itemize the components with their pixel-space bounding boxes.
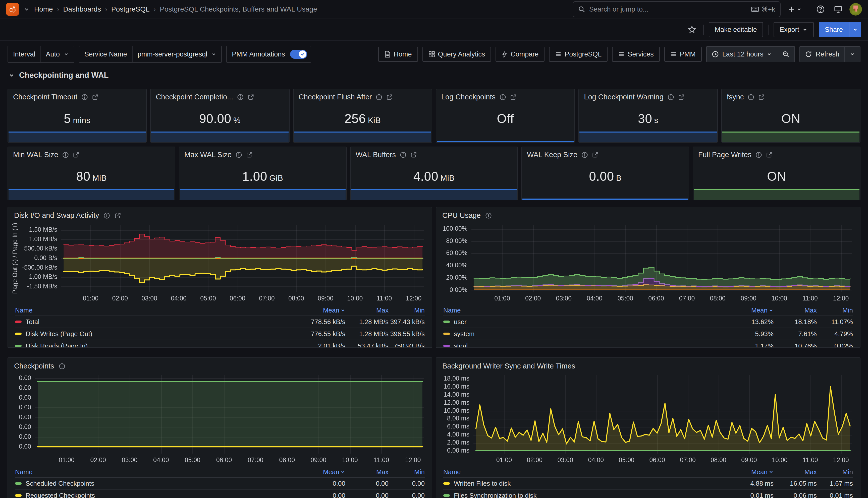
stat-title: Checkpoint Flush After <box>299 93 372 101</box>
legend-row: system5.93%7.61%4.79% <box>443 328 853 340</box>
legend-header-name[interactable]: Name <box>15 306 298 314</box>
external-link-icon[interactable] <box>73 152 79 158</box>
monitor-icon[interactable] <box>832 3 844 16</box>
legend-mean-value: 13.62% <box>726 318 774 326</box>
info-icon[interactable] <box>103 212 110 219</box>
user-avatar[interactable] <box>850 3 862 16</box>
legend-header-min[interactable]: Min <box>389 468 425 476</box>
info-icon[interactable] <box>376 94 382 101</box>
legend-series-label[interactable]: Disk Reads (Page In) <box>15 342 298 348</box>
make-editable-button[interactable]: Make editable <box>709 22 763 37</box>
legend-header-name[interactable]: Name <box>15 468 298 476</box>
legend-series-label[interactable]: Files Synchronization to disk <box>443 492 726 498</box>
add-button[interactable] <box>786 3 804 15</box>
export-button[interactable]: Export <box>774 22 814 37</box>
info-icon[interactable] <box>237 94 244 101</box>
legend-header-mean[interactable]: Mean <box>726 468 774 476</box>
help-button[interactable] <box>814 3 827 16</box>
info-icon[interactable] <box>400 152 406 158</box>
info-icon[interactable] <box>755 152 762 158</box>
external-link-icon[interactable] <box>766 152 773 158</box>
legend-header-mean[interactable]: Mean <box>298 468 345 476</box>
legend-header-max[interactable]: Max <box>774 306 817 314</box>
panel-disk-io-and-swap-activity: Disk I/O and Swap Activity NameMeanMaxMi… <box>8 207 432 348</box>
legend-series-label[interactable]: Written Files to disk <box>443 480 726 487</box>
external-link-icon[interactable] <box>410 152 417 158</box>
legend-header-name[interactable]: Name <box>443 468 726 476</box>
share-menu-button[interactable] <box>849 22 861 37</box>
panel-title: CPU Usage <box>442 211 481 220</box>
toolbar-link-postgresql[interactable]: PostgreSQL <box>549 47 608 62</box>
bgwriter-chart-canvas[interactable] <box>439 371 858 467</box>
refresh-button[interactable]: Refresh <box>800 47 844 62</box>
pmm-logo-icon[interactable] <box>6 3 19 16</box>
refresh-interval-button[interactable] <box>844 47 860 62</box>
breadcrumb-item[interactable]: Home <box>34 5 53 13</box>
info-icon[interactable] <box>236 152 242 158</box>
star-button[interactable] <box>686 23 698 36</box>
legend-header-name[interactable]: Name <box>443 306 726 314</box>
legend-header-min[interactable]: Min <box>389 306 425 314</box>
breadcrumb-item[interactable]: Dashboards <box>63 5 101 13</box>
legend-header-mean[interactable]: Mean <box>726 306 774 314</box>
pmm-annotations-toggle[interactable] <box>290 50 307 59</box>
external-link-icon[interactable] <box>115 212 121 219</box>
legend-header-row: NameMeanMaxMin <box>15 467 425 478</box>
external-link-icon[interactable] <box>758 94 765 101</box>
toolbar-link-home[interactable]: Home <box>378 47 418 62</box>
external-link-icon[interactable] <box>592 152 598 158</box>
share-button[interactable]: Share <box>819 22 849 37</box>
chevron-down-icon[interactable] <box>24 6 30 12</box>
search-input[interactable]: Search or jump to... ⌘+k <box>573 1 781 17</box>
legend-header-min[interactable]: Min <box>817 468 853 476</box>
time-range-button[interactable]: Last 12 hours <box>707 47 777 62</box>
external-link-icon[interactable] <box>246 152 252 158</box>
external-link-icon[interactable] <box>92 94 99 101</box>
stat-panel-checkpoint-completio: Checkpoint Completio...90.00% <box>150 89 289 143</box>
info-icon[interactable] <box>581 152 588 158</box>
legend-header-max[interactable]: Max <box>345 306 389 314</box>
cpu-chart-canvas[interactable] <box>439 221 858 305</box>
info-icon[interactable] <box>748 94 754 101</box>
zoom-out-button[interactable] <box>777 47 794 62</box>
breadcrumb-item[interactable]: PostgreSQL <box>111 5 150 13</box>
legend-header-mean[interactable]: Mean <box>298 306 345 314</box>
checkpoints-chart-canvas[interactable] <box>11 371 428 467</box>
info-icon[interactable] <box>485 212 492 219</box>
legend-series-label[interactable]: user <box>443 318 726 326</box>
legend-series-label[interactable]: Disk Writes (Page Out) <box>15 330 298 338</box>
menu-icon <box>670 51 677 57</box>
legend-row: Total778.56 kB/s1.28 MB/s397.43 kB/s <box>15 316 425 328</box>
external-link-icon[interactable] <box>510 94 517 101</box>
legend-header-min[interactable]: Min <box>817 306 853 314</box>
diskio-chart-canvas[interactable] <box>11 221 428 305</box>
service-name-value[interactable]: pmm-server-postgresql <box>133 46 221 62</box>
external-link-icon[interactable] <box>386 94 393 101</box>
stat-value: 1.00GiB <box>179 169 346 184</box>
section-checkpointing-and-wal[interactable]: Checkpointing and WAL <box>9 71 860 80</box>
legend-series-label[interactable]: Requested Checkpoints <box>15 492 298 498</box>
info-icon[interactable] <box>62 152 69 158</box>
info-icon[interactable] <box>668 94 674 101</box>
interval-value[interactable]: Auto <box>41 46 74 62</box>
menu-icon <box>618 51 625 57</box>
legend-series-label[interactable]: Scheduled Checkpoints <box>15 480 298 487</box>
legend-series-label[interactable]: system <box>443 330 726 338</box>
legend-min-value: 0.02% <box>817 342 853 348</box>
toolbar-link-services[interactable]: Services <box>612 47 660 62</box>
legend-series-label[interactable]: steal <box>443 342 726 348</box>
refresh-icon <box>805 51 812 58</box>
grid-icon <box>428 51 435 57</box>
info-icon[interactable] <box>59 363 65 369</box>
info-icon[interactable] <box>500 94 506 101</box>
external-link-icon[interactable] <box>248 94 254 101</box>
panel-background-writer: Background Writer Sync and Write Times N… <box>436 357 860 498</box>
legend-header-max[interactable]: Max <box>774 468 817 476</box>
toolbar-link-compare[interactable]: Compare <box>495 47 544 62</box>
toolbar-link-pmm[interactable]: PMM <box>664 47 702 62</box>
external-link-icon[interactable] <box>678 94 685 101</box>
info-icon[interactable] <box>81 94 88 101</box>
toolbar-link-query-analytics[interactable]: Query Analytics <box>423 47 491 62</box>
legend-series-label[interactable]: Total <box>15 318 298 326</box>
legend-header-max[interactable]: Max <box>345 468 389 476</box>
